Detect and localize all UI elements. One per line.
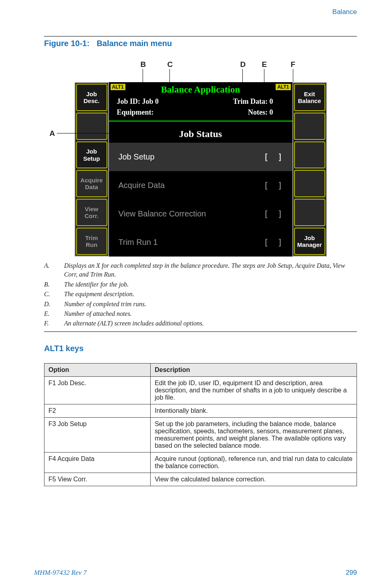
page-number: 299 [346,569,357,577]
alt1-heading: ALT1 keys [44,344,357,353]
softkey-job-desc[interactable]: Job Desc. [76,84,107,111]
notes-value: 0 [270,108,273,116]
softkey-right-3[interactable] [294,141,325,169]
device-center: ALT1 ALT1 Balance Application Job ID: Jo… [109,82,292,257]
softkey-job-manager[interactable]: Job Manager [294,228,325,255]
softkey-view-corr[interactable]: View Corr. [76,199,107,226]
cell-desc: Intentionally blank. [151,404,357,417]
legend-text-F: An alternate (ALT) screen includes addit… [64,319,204,328]
cell-desc: Set up the job parameters, including the… [151,417,357,452]
softkey-right-5[interactable] [294,199,325,226]
app-title: Balance Application [112,84,289,95]
callout-B: B [141,60,146,69]
header-section-title: Balance [44,8,357,16]
callout-D: D [240,60,246,69]
softkey-exit-balance[interactable]: Exit Balance [294,84,325,111]
legend-text-D: Number of completed trim runs. [64,300,146,309]
softkey-left-2[interactable] [76,113,107,140]
legend-text-E: Number of attached notes. [64,309,132,318]
legend-text-C: The equipment description. [64,290,134,299]
status-mark: [ ] [264,237,284,247]
status-mark: [ ] [264,180,284,190]
table-row: F2Intentionally blank. [44,404,357,417]
figure-container: B C D E F A Job Desc. Job S [44,60,357,257]
right-softkeys: Exit Balance Job Manager [292,82,327,257]
alt-chip-left: ALT1 [111,84,125,90]
callout-C: C [167,60,173,69]
cell-option: F3 Job Setup [44,417,151,452]
cell-option: F4 Acquire Data [44,452,151,473]
legend-letter-E: E. [44,309,64,318]
callout-A: A [50,129,55,138]
callout-F: F [291,60,296,69]
legend-letter-B: B. [44,280,64,289]
alt-chip-right: ALT1 [276,84,290,90]
table-row: F5 View Corr.View the calculated balance… [44,473,357,486]
softkey-job-setup[interactable]: Job Setup [76,141,107,169]
job-status-heading: Job Status [109,121,292,143]
device-screen: Job Desc. Job Setup Acquire Data View Co… [75,82,327,257]
job-id-label: Job ID: [117,97,141,105]
left-softkeys: Job Desc. Job Setup Acquire Data View Co… [75,82,109,257]
status-mark: [ ] [264,209,284,219]
softkey-acquire-data[interactable]: Acquire Data [76,170,107,197]
trim-value: 0 [270,97,273,105]
cell-option: F1 Job Desc. [44,376,151,404]
legend-text-B: The identifier for the job. [64,280,129,289]
table-row: F4 Acquire DataAcquire runout (optional)… [44,452,357,473]
callout-E: E [262,60,267,69]
figure-legend: A.Displays an X for each completed step … [44,261,357,328]
table-row: F1 Job Desc.Edit the job ID, user ID, eq… [44,376,357,404]
figure-rule-bottom [44,331,357,332]
doc-id: MHM-97432 Rev 7 [34,569,87,577]
cell-desc: Edit the job ID, user ID, equipment ID a… [151,376,357,404]
legend-letter-A: A. [44,261,64,279]
col-option: Option [44,363,151,376]
status-label: Job Setup [119,152,155,162]
status-label: Trim Run 1 [119,238,158,247]
figure-title: Figure 10-1:Balance main menu [44,39,357,48]
cell-desc: Acquire runout (optional), reference run… [151,452,357,473]
cell-desc: View the calculated balance correction. [151,473,357,486]
table-row: F3 Job SetupSet up the job parameters, i… [44,417,357,452]
notes-label: Notes: [248,108,268,116]
status-mark: [ ] [264,152,284,162]
alt1-keys-table: Option Description F1 Job Desc.Edit the … [44,363,357,486]
figure-label: Figure 10-1: [44,39,89,48]
legend-letter-C: C. [44,290,64,299]
figure-rule-top [44,36,357,36]
figure-title-text: Balance main menu [97,39,172,48]
legend-letter-F: F. [44,319,64,328]
status-view-balance-correction[interactable]: View Balance Correction [ ] [109,200,292,228]
status-acquire-data[interactable]: Acquire Data [ ] [109,171,292,200]
softkey-trim-run[interactable]: Trim Run [76,228,107,255]
col-description: Description [151,363,357,376]
status-label: View Balance Correction [119,209,206,218]
status-list: Job Setup [ ] Acquire Data [ ] View Bala… [109,143,292,257]
status-label: Acquire Data [119,181,165,190]
softkey-right-2[interactable] [294,113,325,140]
cell-option: F5 View Corr. [44,473,151,486]
status-job-setup[interactable]: Job Setup [ ] [109,143,292,171]
legend-letter-D: D. [44,300,64,309]
page-footer: MHM-97432 Rev 7 299 [34,569,357,577]
equipment-label: Equipment: [117,108,154,116]
callout-labels-top: B C D E F [75,60,327,82]
legend-text-A: Displays an X for each completed step in… [64,261,357,279]
softkey-right-4[interactable] [294,170,325,197]
status-trim-run-1[interactable]: Trim Run 1 [ ] [109,228,292,257]
cell-option: F2 [44,404,151,417]
job-id-value: Job 0 [142,97,159,105]
trim-label: Trim Data: [233,97,268,105]
